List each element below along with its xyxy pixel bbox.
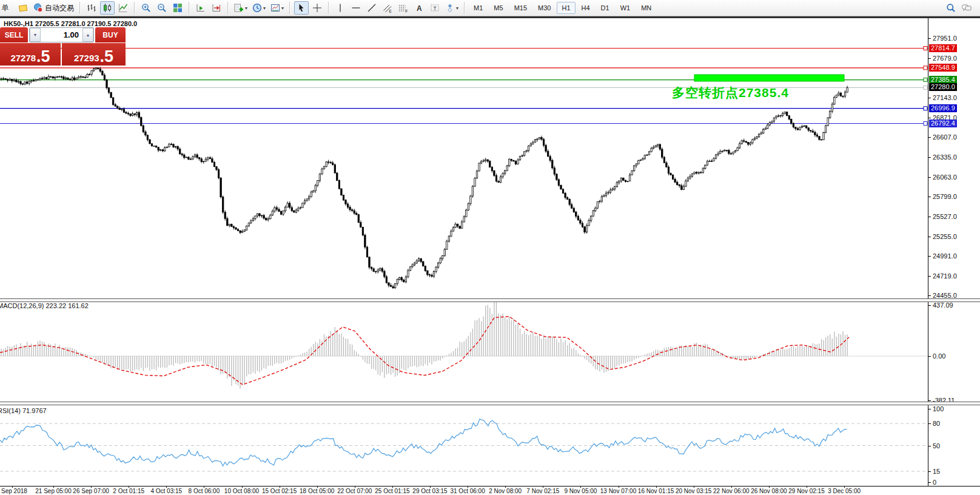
- price-tick: 26335.0: [933, 153, 957, 161]
- axis-tick-mark: [928, 217, 931, 217]
- history-icon: [18, 3, 28, 13]
- time-label: 26 Sep 07:00: [73, 488, 109, 494]
- text-icon[interactable]: A: [412, 1, 426, 15]
- bars-chart-icon[interactable]: [84, 1, 99, 15]
- axis-tick-mark: [928, 295, 931, 296]
- shapes-icon[interactable]: ▾: [443, 1, 460, 15]
- chat-icon[interactable]: [959, 1, 974, 15]
- time-label: 7 Nov 02:15: [526, 488, 559, 494]
- timeframe-m5[interactable]: M5: [489, 2, 508, 14]
- time-label: 25 Oct 01:15: [375, 488, 409, 494]
- timeframe-h4[interactable]: H4: [577, 2, 595, 14]
- buy-price[interactable]: 27293 .5: [62, 43, 126, 66]
- text-label-icon: T: [430, 3, 440, 13]
- timeframe-m1[interactable]: M1: [469, 2, 488, 14]
- macd-tick: 0.00: [933, 352, 945, 360]
- sell-button[interactable]: SELL: [0, 27, 28, 42]
- timeframe-mn[interactable]: MN: [636, 2, 656, 14]
- zoom-in-icon[interactable]: [139, 1, 153, 15]
- price-tick: 25527.0: [933, 213, 957, 220]
- tile-windows-icon[interactable]: [170, 1, 185, 15]
- axis-tick-mark: [928, 482, 931, 483]
- template-icon[interactable]: ▾: [269, 1, 286, 15]
- vertical-line-icon[interactable]: [333, 1, 347, 15]
- time-label: 22 Nov 06:00: [713, 488, 750, 494]
- timeframe-m15[interactable]: M15: [509, 2, 532, 14]
- chart-shift-icon[interactable]: [209, 1, 224, 15]
- time-label: 2 Oct 01:15: [113, 488, 144, 494]
- chart-canvas[interactable]: [0, 0, 980, 495]
- svg-text:F: F: [406, 9, 408, 13]
- new-order-partial-label[interactable]: 单: [0, 1, 15, 15]
- vertical-line-icon: [335, 3, 345, 13]
- timeframe-d1[interactable]: D1: [596, 2, 614, 14]
- volume-value[interactable]: 1.00: [41, 28, 82, 42]
- channel-icon[interactable]: E: [380, 1, 395, 15]
- period-icon[interactable]: ▾: [250, 1, 267, 15]
- dropdown-arrow-icon[interactable]: ▾: [456, 5, 458, 11]
- sell-price-int: 27278: [10, 53, 36, 62]
- axis-tick-mark: [928, 58, 931, 59]
- volume-decrease-button[interactable]: ▼: [30, 28, 41, 42]
- svg-text:A: A: [417, 4, 422, 13]
- toolbar-separator: [328, 2, 329, 14]
- axis-tick-mark: [928, 423, 931, 424]
- buy-button[interactable]: BUY: [95, 27, 126, 42]
- chat-icon: [962, 3, 972, 13]
- toolbar-separator: [289, 2, 290, 14]
- svg-text:E: E: [389, 9, 392, 13]
- volume-increase-button[interactable]: ▲: [82, 28, 93, 42]
- timeframe-w1[interactable]: W1: [616, 2, 636, 14]
- crosshair-icon[interactable]: [310, 1, 324, 15]
- autoscroll-icon[interactable]: [193, 1, 208, 15]
- text-icon: A: [414, 3, 424, 13]
- history-icon[interactable]: [16, 1, 30, 15]
- axis-tick-mark: [928, 237, 931, 237]
- price-tick: 26063.0: [933, 173, 957, 181]
- axis-tick-mark: [928, 197, 931, 197]
- timeframe-m30[interactable]: M30: [533, 2, 555, 14]
- highlight-rect: [694, 75, 844, 81]
- price-tick: 25799.0: [933, 193, 957, 200]
- pivot-annotation[interactable]: 多空转折点27385.4: [672, 84, 789, 101]
- time-label: 3 Dec 05:00: [828, 488, 861, 494]
- new-chart-icon[interactable]: ▾: [232, 1, 249, 15]
- zoom-in-icon: [141, 3, 151, 13]
- dropdown-arrow-icon[interactable]: ▾: [263, 5, 266, 11]
- bars-chart-icon: [87, 3, 96, 13]
- rsi-tick: 100: [933, 405, 944, 412]
- search-icon[interactable]: [944, 1, 958, 15]
- candles-chart-icon[interactable]: [100, 1, 115, 15]
- line-chart-icon[interactable]: [116, 1, 130, 15]
- price-axis[interactable]: 27951.027679.027143.026871.026607.026335…: [928, 18, 980, 486]
- toolbar-separator: [227, 2, 229, 14]
- price-line-badge: 27548.9: [929, 64, 957, 72]
- dropdown-arrow-icon[interactable]: ▾: [281, 5, 284, 11]
- panel-separator[interactable]: [0, 402, 980, 405]
- autotrade-icon[interactable]: 自动交易: [32, 1, 76, 15]
- rsi-tick: 50: [933, 442, 940, 450]
- fibonacci-icon[interactable]: F: [396, 1, 411, 15]
- time-label: 26 Nov 08:00: [751, 488, 787, 494]
- fibonacci-icon: F: [398, 3, 408, 13]
- horizontal-line-icon[interactable]: [349, 1, 363, 15]
- timeframe-h1[interactable]: H1: [557, 2, 575, 14]
- price-line-badge: 26792.4: [929, 120, 957, 127]
- time-label: 18 Oct 05:00: [300, 488, 334, 494]
- zoom-out-icon[interactable]: [155, 1, 169, 15]
- axis-tick-mark: [928, 409, 931, 409]
- time-label: 2 Nov 08:00: [489, 488, 522, 494]
- trendline-icon[interactable]: [364, 1, 379, 15]
- sell-price-dec: .5: [36, 49, 50, 64]
- axis-tick-mark: [928, 157, 931, 158]
- dropdown-arrow-icon[interactable]: ▾: [245, 5, 247, 11]
- cursor-icon[interactable]: [294, 1, 309, 15]
- buy-price-int: 27293: [74, 53, 99, 62]
- time-axis[interactable]: Sep 201821 Sep 05:0026 Sep 07:002 Oct 01…: [0, 487, 980, 495]
- horizontal-line-icon: [351, 3, 361, 13]
- cursor-icon: [297, 3, 306, 13]
- text-label-icon[interactable]: T: [428, 1, 442, 15]
- sell-price[interactable]: 27278 .5: [0, 43, 61, 66]
- panel-separator[interactable]: [0, 298, 980, 302]
- price-tick: 24991.0: [933, 252, 957, 260]
